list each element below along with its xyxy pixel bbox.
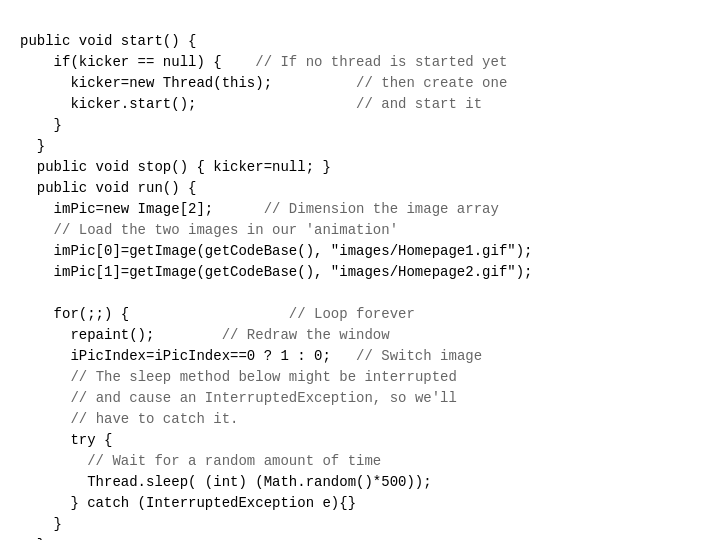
code-line: // The sleep method below might be inter… xyxy=(20,367,700,388)
code-line: imPic[0]=getImage(getCodeBase(), "images… xyxy=(20,241,700,262)
code-line: kicker.start(); // and start it xyxy=(20,94,700,115)
code-line: } xyxy=(20,514,700,535)
code-line: imPic=new Image[2]; // Dimension the ima… xyxy=(20,199,700,220)
comment-text: // Load the two images in our 'animation… xyxy=(54,222,398,238)
comment-text: // and cause an InterruptedException, so… xyxy=(70,390,456,406)
code-line: iPicIndex=iPicIndex==0 ? 1 : 0; // Switc… xyxy=(20,346,700,367)
code-line: try { xyxy=(20,430,700,451)
code-line: } xyxy=(20,115,700,136)
code-text: for(;;) { xyxy=(20,306,289,322)
code-line: } catch (InterruptedException e){} xyxy=(20,493,700,514)
comment-text: // Redraw the window xyxy=(222,327,390,343)
code-line: public void stop() { kicker=null; } xyxy=(20,157,700,178)
comment-text: // Switch image xyxy=(356,348,482,364)
code-line: // Wait for a random amount of time xyxy=(20,451,700,472)
code-line: // and cause an InterruptedException, so… xyxy=(20,388,700,409)
comment-text: // Dimension the image array xyxy=(264,201,499,217)
code-line xyxy=(20,283,700,304)
comment-text: // Loop forever xyxy=(289,306,415,322)
code-text xyxy=(20,222,54,238)
code-text: if(kicker == null) { xyxy=(20,54,255,70)
code-text: iPicIndex=iPicIndex==0 ? 1 : 0; xyxy=(20,348,356,364)
code-line: public void run() { xyxy=(20,178,700,199)
code-line: imPic[1]=getImage(getCodeBase(), "images… xyxy=(20,262,700,283)
code-line: } xyxy=(20,136,700,157)
code-line: } xyxy=(20,535,700,540)
code-line: for(;;) { // Loop forever xyxy=(20,304,700,325)
code-text xyxy=(20,453,87,469)
code-text xyxy=(20,369,70,385)
code-line: kicker=new Thread(this); // then create … xyxy=(20,73,700,94)
code-text: repaint(); xyxy=(20,327,222,343)
code-text: kicker.start(); xyxy=(20,96,356,112)
comment-text: // The sleep method below might be inter… xyxy=(70,369,456,385)
comment-text: // and start it xyxy=(356,96,482,112)
code-text: imPic=new Image[2]; xyxy=(20,201,264,217)
code-text xyxy=(20,390,70,406)
code-block: public void start() { if(kicker == null)… xyxy=(0,0,720,540)
code-line: Thread.sleep( (int) (Math.random()*500))… xyxy=(20,472,700,493)
code-line: // Load the two images in our 'animation… xyxy=(20,220,700,241)
code-text xyxy=(20,411,70,427)
code-line: repaint(); // Redraw the window xyxy=(20,325,700,346)
comment-text: // have to catch it. xyxy=(70,411,238,427)
comment-text: // If no thread is started yet xyxy=(255,54,507,70)
comment-text: // then create one xyxy=(356,75,507,91)
comment-text: // Wait for a random amount of time xyxy=(87,453,381,469)
code-text: kicker=new Thread(this); xyxy=(20,75,356,91)
code-line: public void start() { xyxy=(20,31,700,52)
code-line: // have to catch it. xyxy=(20,409,700,430)
code-line: if(kicker == null) { // If no thread is … xyxy=(20,52,700,73)
